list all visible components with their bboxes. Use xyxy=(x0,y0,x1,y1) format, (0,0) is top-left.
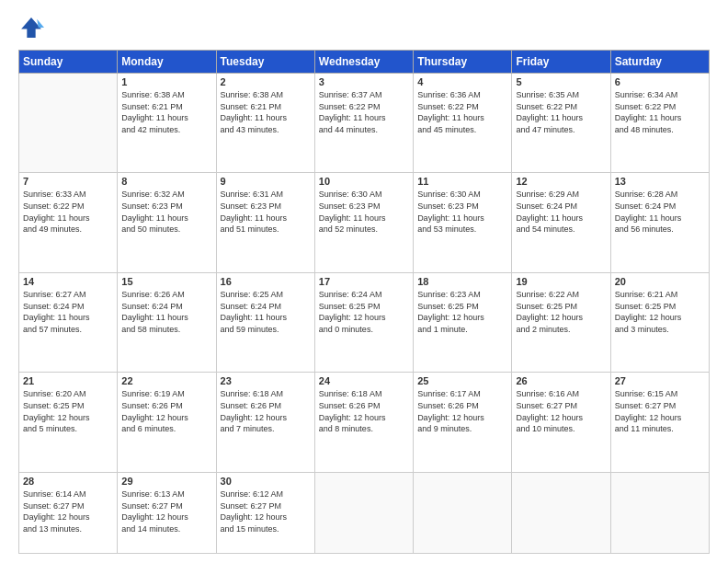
col-monday: Monday xyxy=(118,51,216,74)
day-info: Sunrise: 6:20 AM Sunset: 6:25 PM Dayligh… xyxy=(23,388,113,434)
day-number: 10 xyxy=(319,176,409,187)
col-wednesday: Wednesday xyxy=(314,51,413,74)
calendar-cell: 3Sunrise: 6:37 AM Sunset: 6:22 PM Daylig… xyxy=(314,74,413,173)
calendar-cell: 7Sunrise: 6:33 AM Sunset: 6:22 PM Daylig… xyxy=(19,173,118,272)
day-info: Sunrise: 6:18 AM Sunset: 6:26 PM Dayligh… xyxy=(221,388,311,434)
day-info: Sunrise: 6:25 AM Sunset: 6:24 PM Dayligh… xyxy=(221,289,311,335)
day-info: Sunrise: 6:38 AM Sunset: 6:21 PM Dayligh… xyxy=(221,89,311,135)
calendar-cell xyxy=(610,472,709,553)
logo-icon xyxy=(18,15,44,40)
day-number: 18 xyxy=(417,276,507,287)
day-info: Sunrise: 6:33 AM Sunset: 6:22 PM Dayligh… xyxy=(23,189,113,235)
day-number: 25 xyxy=(417,375,507,386)
day-number: 13 xyxy=(615,176,705,187)
calendar-cell xyxy=(512,472,610,553)
calendar-table: Sunday Monday Tuesday Wednesday Thursday… xyxy=(18,50,710,554)
calendar-cell: 25Sunrise: 6:17 AM Sunset: 6:26 PM Dayli… xyxy=(414,373,512,472)
day-number: 2 xyxy=(221,76,311,87)
calendar-cell: 18Sunrise: 6:23 AM Sunset: 6:25 PM Dayli… xyxy=(414,272,512,372)
day-info: Sunrise: 6:12 AM Sunset: 6:27 PM Dayligh… xyxy=(221,488,311,534)
col-tuesday: Tuesday xyxy=(216,51,314,74)
col-thursday: Thursday xyxy=(414,51,512,74)
day-info: Sunrise: 6:13 AM Sunset: 6:27 PM Dayligh… xyxy=(121,488,211,534)
calendar-cell: 20Sunrise: 6:21 AM Sunset: 6:25 PM Dayli… xyxy=(610,272,709,372)
day-number: 29 xyxy=(121,476,211,487)
day-number: 6 xyxy=(615,76,705,87)
calendar-cell: 19Sunrise: 6:22 AM Sunset: 6:25 PM Dayli… xyxy=(512,272,610,372)
day-number: 21 xyxy=(23,375,113,386)
calendar-cell: 5Sunrise: 6:35 AM Sunset: 6:22 PM Daylig… xyxy=(512,74,610,173)
day-info: Sunrise: 6:26 AM Sunset: 6:24 PM Dayligh… xyxy=(121,289,211,335)
day-number: 23 xyxy=(221,375,311,386)
day-number: 15 xyxy=(121,276,211,287)
day-number: 27 xyxy=(615,375,705,386)
col-friday: Friday xyxy=(512,51,610,74)
calendar-cell: 1Sunrise: 6:38 AM Sunset: 6:21 PM Daylig… xyxy=(118,74,216,173)
day-number: 12 xyxy=(516,176,606,187)
day-info: Sunrise: 6:22 AM Sunset: 6:25 PM Dayligh… xyxy=(516,289,606,335)
day-number: 30 xyxy=(221,476,311,487)
calendar-cell: 2Sunrise: 6:38 AM Sunset: 6:21 PM Daylig… xyxy=(216,74,314,173)
day-number: 1 xyxy=(121,76,211,87)
day-number: 28 xyxy=(23,476,113,487)
calendar-cell: 29Sunrise: 6:13 AM Sunset: 6:27 PM Dayli… xyxy=(118,472,216,553)
calendar-header-row: Sunday Monday Tuesday Wednesday Thursday… xyxy=(19,51,710,74)
calendar-cell: 30Sunrise: 6:12 AM Sunset: 6:27 PM Dayli… xyxy=(216,472,314,553)
day-info: Sunrise: 6:30 AM Sunset: 6:23 PM Dayligh… xyxy=(417,189,507,235)
day-info: Sunrise: 6:16 AM Sunset: 6:27 PM Dayligh… xyxy=(516,388,606,434)
day-info: Sunrise: 6:35 AM Sunset: 6:22 PM Dayligh… xyxy=(516,89,606,135)
calendar-cell: 16Sunrise: 6:25 AM Sunset: 6:24 PM Dayli… xyxy=(216,272,314,372)
calendar-cell: 9Sunrise: 6:31 AM Sunset: 6:23 PM Daylig… xyxy=(216,173,314,272)
calendar-cell: 11Sunrise: 6:30 AM Sunset: 6:23 PM Dayli… xyxy=(414,173,512,272)
day-number: 14 xyxy=(23,276,113,287)
calendar-cell: 10Sunrise: 6:30 AM Sunset: 6:23 PM Dayli… xyxy=(314,173,413,272)
day-number: 24 xyxy=(319,375,409,386)
day-number: 19 xyxy=(516,276,606,287)
day-info: Sunrise: 6:15 AM Sunset: 6:27 PM Dayligh… xyxy=(615,388,705,434)
calendar-cell: 8Sunrise: 6:32 AM Sunset: 6:23 PM Daylig… xyxy=(118,173,216,272)
day-info: Sunrise: 6:37 AM Sunset: 6:22 PM Dayligh… xyxy=(319,89,409,135)
day-number: 3 xyxy=(319,76,409,87)
day-info: Sunrise: 6:18 AM Sunset: 6:26 PM Dayligh… xyxy=(319,388,409,434)
calendar-cell: 17Sunrise: 6:24 AM Sunset: 6:25 PM Dayli… xyxy=(314,272,413,372)
day-info: Sunrise: 6:32 AM Sunset: 6:23 PM Dayligh… xyxy=(121,189,211,235)
calendar-cell: 23Sunrise: 6:18 AM Sunset: 6:26 PM Dayli… xyxy=(216,373,314,472)
day-info: Sunrise: 6:23 AM Sunset: 6:25 PM Dayligh… xyxy=(417,289,507,335)
calendar-cell: 26Sunrise: 6:16 AM Sunset: 6:27 PM Dayli… xyxy=(512,373,610,472)
day-info: Sunrise: 6:17 AM Sunset: 6:26 PM Dayligh… xyxy=(417,388,507,434)
day-number: 9 xyxy=(221,176,311,187)
calendar-cell: 28Sunrise: 6:14 AM Sunset: 6:27 PM Dayli… xyxy=(19,472,118,553)
calendar-cell: 24Sunrise: 6:18 AM Sunset: 6:26 PM Dayli… xyxy=(314,373,413,472)
day-number: 20 xyxy=(615,276,705,287)
day-info: Sunrise: 6:38 AM Sunset: 6:21 PM Dayligh… xyxy=(121,89,211,135)
col-sunday: Sunday xyxy=(19,51,118,74)
day-info: Sunrise: 6:34 AM Sunset: 6:22 PM Dayligh… xyxy=(615,89,705,135)
day-info: Sunrise: 6:19 AM Sunset: 6:26 PM Dayligh… xyxy=(121,388,211,434)
day-info: Sunrise: 6:14 AM Sunset: 6:27 PM Dayligh… xyxy=(23,488,113,534)
calendar-cell: 4Sunrise: 6:36 AM Sunset: 6:22 PM Daylig… xyxy=(414,74,512,173)
calendar-cell: 6Sunrise: 6:34 AM Sunset: 6:22 PM Daylig… xyxy=(610,74,709,173)
col-saturday: Saturday xyxy=(610,51,709,74)
calendar-cell: 15Sunrise: 6:26 AM Sunset: 6:24 PM Dayli… xyxy=(118,272,216,372)
calendar-cell: 27Sunrise: 6:15 AM Sunset: 6:27 PM Dayli… xyxy=(610,373,709,472)
calendar-cell xyxy=(19,74,118,173)
day-number: 11 xyxy=(417,176,507,187)
calendar-cell: 13Sunrise: 6:28 AM Sunset: 6:24 PM Dayli… xyxy=(610,173,709,272)
calendar-cell: 14Sunrise: 6:27 AM Sunset: 6:24 PM Dayli… xyxy=(19,272,118,372)
day-number: 7 xyxy=(23,176,113,187)
page-header xyxy=(18,15,710,40)
day-number: 5 xyxy=(516,76,606,87)
day-number: 26 xyxy=(516,375,606,386)
calendar-cell xyxy=(414,472,512,553)
day-info: Sunrise: 6:21 AM Sunset: 6:25 PM Dayligh… xyxy=(615,289,705,335)
day-info: Sunrise: 6:31 AM Sunset: 6:23 PM Dayligh… xyxy=(221,189,311,235)
day-info: Sunrise: 6:24 AM Sunset: 6:25 PM Dayligh… xyxy=(319,289,409,335)
day-info: Sunrise: 6:27 AM Sunset: 6:24 PM Dayligh… xyxy=(23,289,113,335)
calendar-cell: 21Sunrise: 6:20 AM Sunset: 6:25 PM Dayli… xyxy=(19,373,118,472)
day-number: 17 xyxy=(319,276,409,287)
day-number: 22 xyxy=(121,375,211,386)
day-number: 4 xyxy=(417,76,507,87)
calendar-cell xyxy=(314,472,413,553)
day-info: Sunrise: 6:36 AM Sunset: 6:22 PM Dayligh… xyxy=(417,89,507,135)
day-number: 8 xyxy=(121,176,211,187)
